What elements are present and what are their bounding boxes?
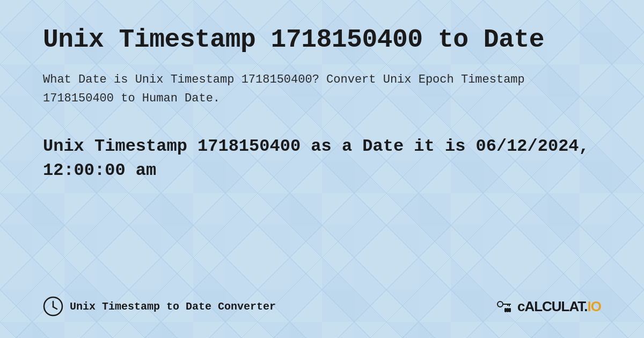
clock-icon bbox=[43, 296, 63, 317]
calculatio-logo-icon bbox=[495, 297, 514, 316]
calculatio-logo-text: cALCULAT.IO bbox=[517, 298, 601, 315]
svg-line-13 bbox=[53, 307, 57, 309]
page-description: What Date is Unix Timestamp 1718150400? … bbox=[43, 70, 526, 108]
footer-converter-label: Unix Timestamp to Date Converter bbox=[43, 296, 276, 317]
svg-point-14 bbox=[497, 302, 503, 307]
calculatio-logo: cALCULAT.IO bbox=[495, 297, 601, 316]
result-text: Unix Timestamp 1718150400 as a Date it i… bbox=[43, 135, 601, 183]
page-title: Unix Timestamp 1718150400 to Date bbox=[43, 26, 601, 54]
footer-label-text: Unix Timestamp to Date Converter bbox=[70, 300, 276, 313]
